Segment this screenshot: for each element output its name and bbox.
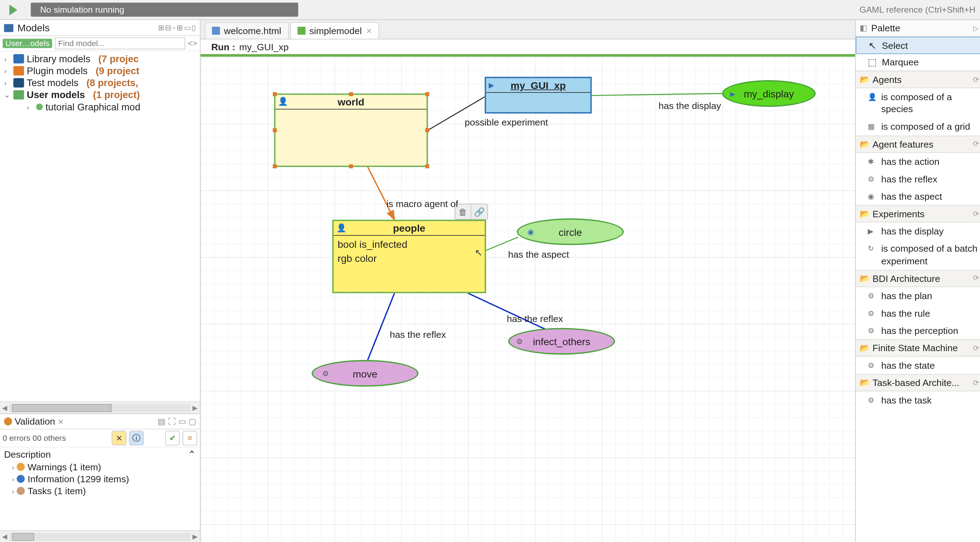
cycle-icon[interactable]: ⟳ [973, 344, 979, 353]
palette-item[interactable]: ◉has the aspect [856, 188, 980, 205]
max-icon[interactable]: ▢ [189, 417, 196, 426]
validation-item[interactable]: Warnings (1 item) [28, 461, 101, 472]
node-reflex-move[interactable]: ⚙ move [312, 360, 418, 387]
validation-item[interactable]: Information (1299 items) [28, 474, 129, 484]
node-aspect-circle[interactable]: ◉ circle [517, 218, 624, 245]
validation-tab-label[interactable]: Validation [15, 416, 55, 427]
menu-icon[interactable]: ▭ [178, 417, 186, 426]
warning-icon [17, 463, 25, 471]
palette-item[interactable]: ⚙has the rule [856, 304, 980, 322]
item-label: has the display [881, 225, 943, 238]
expander-icon[interactable]: › [4, 55, 11, 63]
editor-tab-simplemodel[interactable]: simplemodel ⨯ [290, 22, 379, 39]
palette-cat-task[interactable]: 📂 Task-based Archite... ⟳ [856, 374, 980, 391]
cycle-icon[interactable]: ⟳ [973, 139, 979, 148]
palette-item[interactable]: ⚙has the reflex [856, 170, 980, 188]
expander-icon[interactable]: ⌄ [4, 90, 11, 99]
collapse-icon[interactable]: ▷ [973, 24, 978, 32]
cycle-icon[interactable]: ⟳ [973, 274, 979, 283]
scroll-right-icon[interactable]: ▶ [191, 404, 200, 412]
edge-label: is macro agent of [387, 198, 458, 209]
expander-icon[interactable]: › [4, 79, 11, 87]
nav-back[interactable]: < [188, 39, 192, 48]
palette-cat-features[interactable]: 📂 Agent features ⟳ [856, 135, 980, 152]
scroll-left-icon[interactable]: ◀ [0, 533, 10, 540]
warn-toggle[interactable]: ⨯ [111, 431, 126, 446]
tree-label[interactable]: User models [27, 90, 85, 100]
filter-icon[interactable]: ▤ [158, 417, 165, 426]
user-filter[interactable]: User…odels [3, 39, 52, 48]
editor-tab-welcome[interactable]: welcome.html [204, 22, 288, 39]
models-tree[interactable]: › Library models (7 projec › Plugin mode… [0, 51, 200, 113]
close-icon[interactable]: ⨯ [58, 417, 64, 426]
play-icon [10, 4, 18, 15]
cycle-icon[interactable]: ⟳ [973, 209, 979, 218]
btn-icon[interactable]: ▯ [192, 24, 196, 32]
palette-item[interactable]: ▶has the display [856, 222, 980, 240]
btn-icon[interactable]: ⊞ [158, 24, 164, 32]
expander-icon[interactable]: › [12, 463, 14, 471]
node-display[interactable]: ▶ my_display [722, 80, 816, 107]
close-icon[interactable]: ⨯ [366, 26, 372, 35]
cursor-icon: ↖ [475, 247, 483, 258]
node-experiment[interactable]: ▶my_GUI_xp [485, 77, 592, 114]
tree-label[interactable]: Test models [27, 77, 78, 88]
info-toggle[interactable]: ⓘ [129, 431, 144, 446]
palette-item[interactable]: ↻is composed of a batch experiment [856, 240, 980, 269]
palette-item[interactable]: 👤is composed of a species [856, 88, 980, 118]
item-label: has the task [881, 395, 931, 407]
palette-item[interactable]: ▦is composed of a grid [856, 118, 980, 135]
tree-label[interactable]: Plugin models [27, 65, 88, 76]
scroll-right-icon[interactable]: ▶ [191, 533, 200, 540]
node-world[interactable]: 👤world [274, 94, 428, 167]
palette-item[interactable]: ⚙has the task [856, 391, 980, 409]
palette-tool-marquee[interactable]: ⬚ Marquee [856, 54, 980, 71]
expander-icon[interactable]: › [12, 475, 14, 483]
validation-item[interactable]: Tasks (1 item) [28, 485, 86, 496]
btn-icon[interactable]: ⊟ [165, 24, 171, 32]
cycle-icon[interactable]: ⟳ [973, 379, 979, 387]
find-model-input[interactable] [55, 37, 185, 49]
collapse-icon[interactable]: ⌃ [188, 449, 196, 460]
tab-label: welcome.html [224, 25, 282, 36]
hscrollbar[interactable]: ◀ ▶ [0, 530, 200, 542]
item-label: has the plan [881, 290, 932, 302]
palette-cat-agents[interactable]: 📂 Agents ⟳ [856, 71, 980, 88]
cat-label: Task-based Archite... [873, 377, 959, 388]
palette-item[interactable]: ⚙has the plan [856, 287, 980, 304]
link-icon[interactable]: 🔗 [471, 204, 488, 219]
expander-icon[interactable]: › [4, 67, 11, 75]
btn-icon[interactable]: ▫ [172, 24, 175, 32]
btn-icon[interactable]: ⊞ [177, 24, 183, 32]
hscrollbar[interactable]: ◀ ▶ [0, 401, 200, 414]
node-reflex-infect[interactable]: ⚙ infect_others [508, 328, 615, 355]
palette-item[interactable]: ⚙has the state [856, 357, 980, 374]
folder-icon: 📂 [860, 209, 870, 219]
tree-label[interactable]: tutorial Graphical mod [45, 101, 140, 112]
tab-label: simplemodel [309, 25, 362, 36]
node-label: infect_others [533, 336, 590, 347]
check-toggle[interactable]: ✔ [165, 431, 180, 446]
scroll-left-icon[interactable]: ◀ [0, 404, 10, 412]
palette-cat-bdi[interactable]: 📂 BDI Architecture ⟳ [856, 269, 980, 287]
run-target[interactable]: my_GUI_xp [239, 41, 288, 52]
palette-cat-experiments[interactable]: 📂 Experiments ⟳ [856, 205, 980, 222]
cycle-icon[interactable]: ⟳ [973, 75, 979, 84]
palette-tool-select[interactable]: ↖ Select [856, 37, 980, 54]
item-label: is composed of a species [881, 91, 978, 115]
models-toolbar[interactable]: ⊞ ⊟ ▫ ⊞ ▭ ▯ [158, 24, 196, 32]
diagram-canvas[interactable]: 👤world ▶my_GUI_xp ▶ my_display 👤people b… [200, 57, 855, 542]
palette-item[interactable]: ✱has the action [856, 152, 980, 170]
btn-icon[interactable]: ▭ [184, 24, 191, 32]
palette-cat-fsm[interactable]: 📂 Finite State Machine ⟳ [856, 339, 980, 357]
list-toggle[interactable]: ≡ [183, 431, 197, 446]
node-mini-toolbar[interactable]: 🗑 🔗 [455, 204, 488, 220]
run-button[interactable] [0, 4, 27, 15]
node-people[interactable]: 👤people bool is_infected rgb color [332, 220, 486, 293]
tree-label[interactable]: Library models [27, 54, 91, 64]
expander-icon[interactable]: › [27, 103, 33, 111]
nav-fwd[interactable]: > [192, 39, 197, 48]
palette-item[interactable]: ⚙has the perception [856, 322, 980, 339]
expand-icon[interactable]: ⛶ [168, 417, 176, 426]
expander-icon[interactable]: › [12, 487, 14, 494]
